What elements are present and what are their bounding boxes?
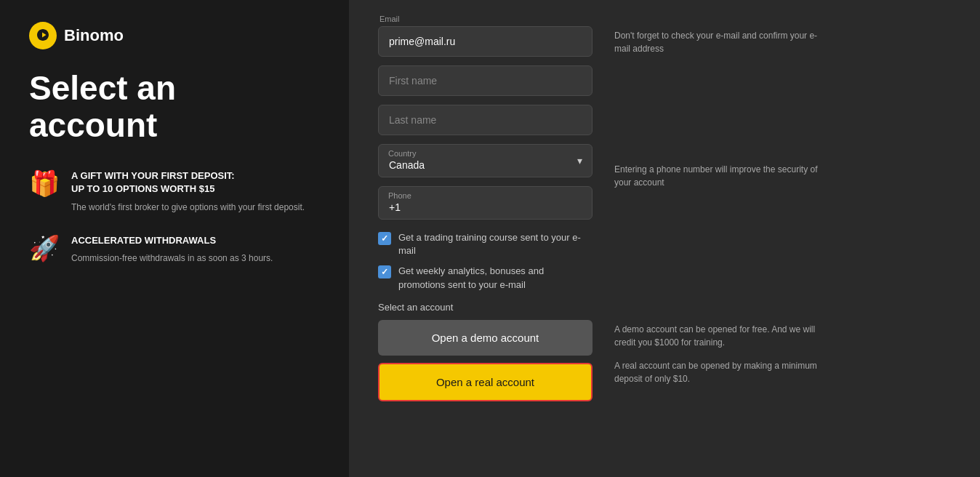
promo-item-gift: 🎁 A GIFT WITH YOUR FIRST DEPOSIT:UP TO 1…: [29, 169, 320, 213]
promo-content-rocket: ACCELERATED WITHDRAWALS Commission-free …: [71, 234, 273, 265]
firstname-group: [378, 65, 593, 96]
checkboxes-section: ✓ Get a trading training course sent to …: [378, 231, 593, 292]
rocket-emoji: 🚀: [29, 236, 60, 260]
promo-item-rocket: 🚀 ACCELERATED WITHDRAWALS Commission-fre…: [29, 234, 320, 265]
promo-desc-gift: The world's first broker to give options…: [71, 201, 305, 214]
checkbox-training-item[interactable]: ✓ Get a trading training course sent to …: [378, 231, 593, 257]
logo-area: Binomo: [29, 22, 320, 49]
hint-phone-text: Entering a phone number will improve the…: [614, 163, 818, 189]
country-select-wrapper: Country Canada United States United King…: [378, 144, 593, 177]
lastname-input[interactable]: [378, 105, 593, 135]
email-label: Email: [378, 15, 593, 23]
gift-emoji: 🎁: [29, 171, 60, 196]
checkmark-icon-2: ✓: [381, 267, 388, 277]
real-account-hint: A real account can be opened by making a…: [614, 359, 818, 385]
demo-account-hint: A demo account can be opened for free. A…: [614, 323, 818, 349]
promo-title-rocket: ACCELERATED WITHDRAWALS: [71, 234, 273, 247]
brand-name: Binomo: [64, 26, 124, 45]
hints-column: Don't forget to check your e-mail and co…: [614, 15, 980, 189]
lastname-group: [378, 105, 593, 135]
hint-email-text: Don't forget to check your e-mail and co…: [614, 29, 818, 55]
open-demo-button[interactable]: Open a demo account: [378, 320, 593, 356]
email-group: Email: [378, 15, 593, 57]
left-panel: Binomo Select anaccount 🎁 A GIFT WITH YO…: [0, 0, 349, 477]
country-group: Country Canada United States United King…: [378, 144, 593, 177]
form-and-hints: Email Country Canada United States Unite…: [378, 15, 980, 292]
checkbox-analytics-item[interactable]: ✓ Get weekly analytics, bonuses and prom…: [378, 265, 593, 291]
checkbox-training-label: Get a trading training course sent to yo…: [398, 231, 593, 257]
promo-section: 🎁 A GIFT WITH YOUR FIRST DEPOSIT:UP TO 1…: [29, 169, 320, 265]
phone-input-wrapper: Phone: [378, 186, 593, 220]
brand-logo-icon: [29, 22, 57, 49]
phone-input[interactable]: [378, 186, 593, 220]
account-buttons-col: Open a demo account Open a real account: [378, 320, 593, 401]
country-select[interactable]: Canada United States United Kingdom Aust…: [378, 144, 593, 177]
select-account-section: Select an account Open a demo account Op…: [378, 302, 980, 401]
phone-group: Phone: [378, 186, 593, 220]
checkbox-training-box: ✓: [378, 232, 391, 245]
promo-content-gift: A GIFT WITH YOUR FIRST DEPOSIT:UP TO 10 …: [71, 169, 305, 213]
checkmark-icon: ✓: [381, 233, 388, 244]
email-input[interactable]: [378, 26, 593, 57]
open-real-button[interactable]: Open a real account: [378, 363, 593, 401]
hint-spacer: [614, 55, 980, 163]
promo-title-gift: A GIFT WITH YOUR FIRST DEPOSIT:UP TO 10 …: [71, 169, 305, 196]
right-panel: Email Country Canada United States Unite…: [349, 0, 980, 477]
promo-desc-rocket: Commission-free withdrawals in as soon a…: [71, 252, 273, 265]
account-buttons-row: Open a demo account Open a real account …: [378, 320, 980, 401]
account-hints-col: A demo account can be opened for free. A…: [614, 320, 980, 385]
checkbox-analytics-box: ✓: [378, 265, 391, 278]
form-column: Email Country Canada United States Unite…: [378, 15, 593, 292]
firstname-input[interactable]: [378, 65, 593, 96]
page-title: Select anaccount: [29, 70, 320, 143]
checkbox-analytics-label: Get weekly analytics, bonuses and promot…: [398, 265, 593, 291]
select-account-label: Select an account: [378, 302, 980, 313]
